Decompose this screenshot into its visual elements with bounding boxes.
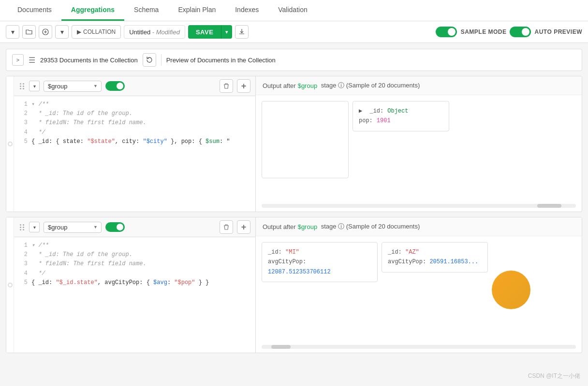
auto-preview-group: AUTO PREVIEW	[510, 27, 582, 37]
trash-icon	[223, 83, 230, 89]
save-dropdown-arrow[interactable]: ▾	[221, 25, 232, 39]
drag-handle-2[interactable]	[19, 223, 25, 231]
stage-1-row: ▾ $group $match $project $sort $limit	[6, 76, 582, 212]
stage-1-right: Output after $group stage ⓘ (Sample of 2…	[256, 76, 582, 212]
doc-card-az: _id: "AZ" avgCityPop: 20591.16853...	[382, 242, 488, 272]
sample-mode-toggle[interactable]	[436, 27, 457, 37]
preview-label: Preview of Documents in the Collection	[166, 57, 276, 64]
tab-aggregations[interactable]: Aggregations	[61, 0, 124, 21]
stage-1-operator-select[interactable]: $group $match $project $sort $limit	[44, 81, 102, 92]
stage-1-scrollbar-thumb[interactable]	[537, 204, 561, 208]
stage-2-right: Output after $group stage ⓘ (Sample of 2…	[256, 217, 582, 353]
expand-button[interactable]: >	[12, 54, 24, 66]
code-line-4: 4 */	[20, 128, 250, 137]
title-modified: - Modified	[150, 29, 180, 36]
stage-2-toggle[interactable]	[105, 222, 125, 232]
tab-validation[interactable]: Validation	[268, 0, 317, 21]
stage-1-collapse-btn[interactable]: ▾	[29, 81, 40, 91]
auto-preview-label: AUTO PREVIEW	[535, 29, 582, 35]
stage-2-delete-btn[interactable]	[220, 220, 233, 234]
code-line-2: 2 * _id: The id of the group.	[20, 109, 250, 118]
stage-1-toolbar: ▾ $group $match $project $sort $limit	[14, 76, 255, 96]
collection-icon: ☰	[29, 56, 35, 65]
sample-mode-label: SAMPLE MODE	[461, 29, 507, 35]
s2-code-line-3: 3 * fieldN: The first field name.	[20, 259, 250, 269]
folder-open-button[interactable]	[22, 25, 36, 39]
stage-2-scrollbar-thumb[interactable]	[271, 345, 291, 349]
code-line-1: 1 ▾ /**	[20, 100, 250, 109]
chevron-down-button[interactable]: ▾	[6, 25, 19, 39]
stage-2-code-editor[interactable]: 1 ▾ /** 2 * _id: The id of the group. 3 …	[14, 237, 255, 353]
toolbar: ▾ ▾ ▶ COLLATION Untitled - Modified SAVE…	[0, 21, 588, 43]
code-line-3: 3 * fieldN: The first field name.	[20, 118, 250, 128]
stage-2-name-link[interactable]: $group	[298, 223, 317, 230]
stage-1-scrollbar-track	[256, 202, 582, 212]
stage-1-output-docs: ▶ _id: Object pop: 1901	[256, 95, 582, 202]
collation-play-icon: ▶	[77, 29, 81, 35]
refresh-button[interactable]	[143, 53, 156, 67]
main-content: > ☰ 29353 Documents in the Collection Pr…	[0, 43, 588, 384]
title-area: Untitled - Modified	[124, 25, 185, 39]
collation-label: COLLATION	[83, 29, 116, 35]
doc-field-id: ▶ _id: Object	[359, 106, 443, 116]
divider	[161, 54, 162, 66]
save-button-group: SAVE ▾	[188, 25, 232, 39]
stage-2-panel: ▾ $group $match $project $sort $limit	[6, 217, 582, 353]
refresh-icon	[146, 57, 153, 63]
doc-card-1: ▶ _id: Object pop: 1901	[353, 101, 449, 131]
watermark: CSDN @IT之一小佬	[528, 372, 580, 380]
stage-1-left-indicator	[6, 76, 14, 212]
tab-indexes[interactable]: Indexes	[225, 0, 268, 21]
preview-bar: > ☰ 29353 Documents in the Collection Pr…	[6, 49, 582, 71]
stage-1-code-editor[interactable]: 1 ▾ /** 2 * _id: The id of the group. 3 …	[14, 96, 255, 212]
export-button[interactable]	[235, 25, 249, 39]
stage-1-delete-btn[interactable]	[220, 79, 233, 93]
top-nav: Documents Aggregations Schema Explain Pl…	[0, 0, 588, 21]
s2-code-line-4: 4 */	[20, 269, 250, 278]
user-avatar	[492, 271, 530, 309]
stage-1-add-btn[interactable]: +	[237, 79, 250, 93]
pipeline-title: Untitled	[129, 29, 150, 36]
stage-2-add-btn[interactable]: +	[237, 220, 250, 234]
folder-icon	[26, 29, 32, 35]
stage-1-output-header: Output after $group stage ⓘ (Sample of 2…	[256, 76, 582, 95]
tab-explain-plan[interactable]: Explain Plan	[168, 0, 225, 21]
plus-circle-icon	[42, 29, 49, 35]
stage-2-select-wrapper: $group $match $project $sort $limit	[44, 222, 102, 233]
add-button[interactable]	[39, 25, 52, 39]
collation-button[interactable]: ▶ COLLATION	[72, 25, 121, 39]
s2-code-line-1: 1 ▾ /**	[20, 241, 250, 250]
stage-2-operator-select[interactable]: $group $match $project $sort $limit	[44, 222, 102, 233]
doc-count: 29353 Documents in the Collection	[40, 57, 138, 64]
sample-mode-group: SAMPLE MODE	[436, 27, 507, 37]
indicator-dot-2	[8, 283, 13, 287]
code-line-5: 5 { _id: { state: "$state", city: "$city…	[20, 137, 250, 146]
trash-icon-2	[223, 224, 230, 230]
stage-2-output-header: Output after $group stage ⓘ (Sample of 2…	[256, 217, 582, 236]
save-button[interactable]: SAVE	[188, 25, 221, 39]
indicator-dot	[8, 142, 13, 146]
empty-card	[262, 101, 349, 178]
stage-1-toggle[interactable]	[105, 81, 125, 91]
drag-handle[interactable]	[19, 82, 25, 90]
doc-field-pop: pop: 1901	[359, 116, 443, 126]
stage-1-name-link[interactable]: $group	[298, 82, 317, 89]
stage-2-left: ▾ $group $match $project $sort $limit	[14, 217, 256, 353]
stage-1-select-wrapper: $group $match $project $sort $limit	[44, 81, 102, 92]
stage-2-toolbar: ▾ $group $match $project $sort $limit	[14, 217, 255, 237]
doc-mi-id-field: _id: "MI"	[268, 247, 371, 257]
stage-2-left-indicator	[6, 217, 14, 353]
dropdown-arrow-button[interactable]: ▾	[55, 25, 69, 39]
tab-documents[interactable]: Documents	[8, 0, 61, 21]
doc-az-avgcitypop-field: avgCityPop: 20591.16853...	[388, 257, 482, 267]
auto-preview-toggle[interactable]	[510, 27, 531, 37]
doc-az-id-field: _id: "AZ"	[388, 247, 482, 257]
stage-2-scrollbar-track	[256, 343, 582, 353]
doc-card-mi: _id: "MI" avgCityPop: 12087.512353706112	[262, 242, 378, 282]
stage-1-left: ▾ $group $match $project $sort $limit	[14, 76, 256, 212]
tab-schema[interactable]: Schema	[124, 0, 168, 21]
s2-code-line-2: 2 * _id: The id of the group.	[20, 250, 250, 259]
stage-2-collapse-btn[interactable]: ▾	[29, 222, 40, 232]
stage-2-output-docs: _id: "MI" avgCityPop: 12087.512353706112…	[256, 236, 582, 343]
export-icon	[238, 29, 245, 35]
